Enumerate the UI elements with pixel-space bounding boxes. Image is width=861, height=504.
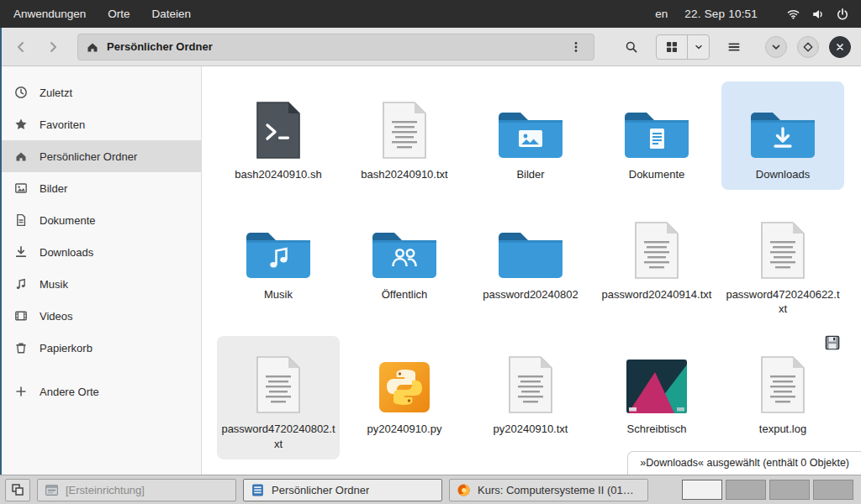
file-bash20240910-txt[interactable]: bash20240910.txt xyxy=(343,81,466,190)
file-name: texput.log xyxy=(759,422,806,436)
workspace-2[interactable] xyxy=(726,480,766,500)
file-name: Bilder xyxy=(516,167,544,181)
workspace-1[interactable] xyxy=(682,480,722,500)
path-bar[interactable]: Persönlicher Ordner xyxy=(77,34,594,60)
file-name: password4720240622.txt xyxy=(725,287,841,316)
file-py20240910-py[interactable]: py20240910.py xyxy=(343,336,466,459)
taskbar: [Ersteinrichtung] Persönlicher Ordner Ku… xyxy=(0,475,861,504)
home-icon xyxy=(14,150,28,163)
clock[interactable]: 22. Sep 10:51 xyxy=(684,8,758,20)
window-toolbar: Persönlicher Ordner xyxy=(0,28,861,66)
sidebar-item-favoriten[interactable]: Favoriten xyxy=(0,108,201,140)
show-desktop-button[interactable] xyxy=(5,479,30,501)
minimize-button[interactable] xyxy=(765,36,787,58)
sidebar-item-label: Downloads xyxy=(40,246,93,259)
volume-icon[interactable] xyxy=(811,8,825,21)
file-password4720240622-txt[interactable]: password4720240622.txt xyxy=(721,202,844,324)
forward-button[interactable] xyxy=(39,34,67,60)
toolbar-right xyxy=(617,34,851,60)
taskbar-task-persönlicher-ordner[interactable]: Persönlicher Ordner xyxy=(243,479,442,501)
maximize-button[interactable] xyxy=(797,36,819,58)
hamburger-icon xyxy=(727,40,741,54)
search-button[interactable] xyxy=(617,34,646,60)
floppy-emblem-icon xyxy=(825,335,840,350)
sidebar-item-label: Dokumente xyxy=(40,214,95,227)
file-password20240802[interactable]: password20240802 xyxy=(469,202,592,324)
sidebar-item-dokumente[interactable]: Dokumente xyxy=(0,204,201,236)
close-button[interactable] xyxy=(829,36,851,58)
power-icon[interactable] xyxy=(836,8,849,21)
workspace-3[interactable] xyxy=(769,480,810,500)
firefox-icon xyxy=(457,483,471,497)
top-panel: AnwendungenOrteDateien en 22. Sep 10:51 xyxy=(0,0,861,28)
folder-public-icon xyxy=(369,228,440,281)
chevron-left-icon xyxy=(14,40,28,54)
file-öffentlich[interactable]: Öffentlich xyxy=(343,202,466,324)
magnifier-icon xyxy=(625,40,638,54)
document-icon xyxy=(14,213,28,227)
task-label: Kurs: Computersysteme II (01… xyxy=(478,484,634,496)
task-label: [Ersteinrichtung] xyxy=(66,484,145,496)
view-options-button[interactable] xyxy=(687,35,709,59)
top-panel-menu-orte[interactable]: Orte xyxy=(108,8,129,20)
file-name: bash20240910.sh xyxy=(235,167,321,181)
maximize-icon xyxy=(801,40,815,54)
menu-button[interactable] xyxy=(720,34,748,60)
file-texput-log[interactable]: texput.log xyxy=(721,336,844,459)
text-icon xyxy=(506,354,555,415)
sidebar-item-downloads[interactable]: Downloads xyxy=(0,236,201,268)
caret-down-icon xyxy=(694,42,704,52)
top-panel-menu-anwendungen[interactable]: Anwendungen xyxy=(13,8,86,20)
file-name: password4720240802.txt xyxy=(220,422,336,450)
sidebar-item-label: Bilder xyxy=(40,182,67,195)
file-name: Öffentlich xyxy=(382,287,428,302)
sidebar-item-persönlicher-ordner[interactable]: Persönlicher Ordner xyxy=(0,140,201,172)
sidebar-item-label: Favoriten xyxy=(40,118,85,131)
top-panel-menus: AnwendungenOrteDateien xyxy=(0,8,191,20)
top-panel-menu-dateien[interactable]: Dateien xyxy=(152,8,192,20)
star-icon xyxy=(14,118,28,131)
file-password20240914-txt[interactable]: password20240914.txt xyxy=(595,202,718,324)
minimize-icon xyxy=(769,40,783,54)
path-menu-button[interactable] xyxy=(566,36,586,58)
file-password4720240802-txt[interactable]: password4720240802.txt xyxy=(217,336,340,459)
taskbar-task-ersteinrichtung[interactable]: [Ersteinrichtung] xyxy=(37,479,236,501)
sidebar-item-videos[interactable]: Videos xyxy=(0,300,201,332)
icon-view-button[interactable] xyxy=(657,35,687,59)
sidebar-item-andere-orte[interactable]: Andere Orte xyxy=(0,375,201,407)
text-icon xyxy=(632,220,681,281)
keyboard-layout-indicator[interactable]: en xyxy=(655,8,668,20)
clock-icon xyxy=(14,86,28,99)
folder-image-icon xyxy=(495,108,566,160)
sidebar-item-zuletzt[interactable]: Zuletzt xyxy=(0,76,201,108)
file-name: password20240802 xyxy=(483,287,578,302)
file-bilder[interactable]: Bilder xyxy=(469,81,592,190)
vertical-dots-icon xyxy=(569,40,583,54)
desktop-edge-sliver xyxy=(0,28,2,475)
wifi-icon[interactable] xyxy=(786,8,800,20)
file-dokumente[interactable]: Dokumente xyxy=(595,81,718,190)
sidebar-item-bilder[interactable]: Bilder xyxy=(0,172,201,204)
files-app-icon xyxy=(251,483,265,497)
sidebar-item-musik[interactable]: Musik xyxy=(0,268,201,300)
file-downloads[interactable]: Downloads xyxy=(721,81,844,190)
file-schreibtisch[interactable]: Schreibtisch xyxy=(595,336,718,459)
sidebar-list: Zuletzt Favoriten Persönlicher Ordner Bi… xyxy=(0,76,201,407)
system-status-icons xyxy=(786,8,849,21)
file-name: Musik xyxy=(264,287,293,302)
sidebar: Zuletzt Favoriten Persönlicher Ordner Bi… xyxy=(0,66,202,475)
desktop-icon xyxy=(625,358,689,415)
text-icon xyxy=(758,220,807,281)
top-panel-status-area: en 22. Sep 10:51 xyxy=(655,8,861,21)
python-icon xyxy=(377,360,432,415)
sidebar-item-label: Musik xyxy=(40,278,68,291)
sidebar-item-papierkorb[interactable]: Papierkorb xyxy=(0,332,201,364)
file-bash20240910-sh[interactable]: bash20240910.sh xyxy=(217,81,340,190)
back-button[interactable] xyxy=(7,34,35,60)
window-controls xyxy=(765,36,851,58)
file-musik[interactable]: Musik xyxy=(217,202,340,324)
taskbar-task-kurs-computersysteme-ii-01[interactable]: Kurs: Computersysteme II (01… xyxy=(449,479,648,501)
workspace-4[interactable] xyxy=(813,480,853,500)
file-name: Dokumente xyxy=(629,167,684,181)
file-py20240910-txt[interactable]: py20240910.txt xyxy=(469,336,592,459)
